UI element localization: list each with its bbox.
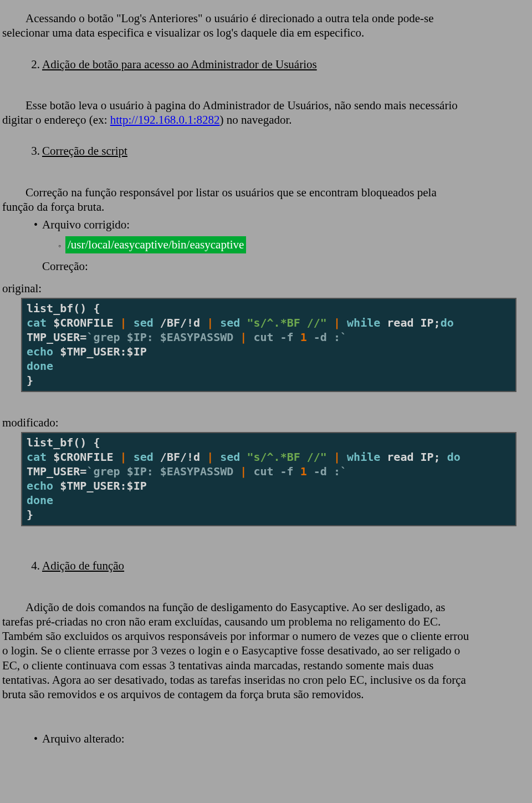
paragraph-funcao-l1: Adição de dois comandos na função de des… xyxy=(2,600,516,614)
paragraph-correcao-l1: Correção na função responsável por lista… xyxy=(2,185,516,200)
code-original: list_bf() { cat $CRONFILE | sed /BF/!d |… xyxy=(21,298,516,392)
subbullet-icon: ◦ xyxy=(2,241,65,251)
list-title-4: Adição de função xyxy=(42,558,124,573)
paragraph-logs-anteriores-l1: Acessando o botão "Log's Anteriores" o u… xyxy=(2,11,516,26)
paragraph-admin-l1: Esse botão leva o usuário à pagina do Ad… xyxy=(2,98,516,113)
code-modificado: list_bf() { cat $CRONFILE | sed /BF/!d |… xyxy=(21,432,516,526)
paragraph-logs-anteriores-l2: selecionar uma data especifica e visuali… xyxy=(2,26,516,40)
bullet-arquivo-alterado: • Arquivo alterado: xyxy=(2,731,516,746)
highlight-path: /usr/local/easycaptive/bin/easycaptive xyxy=(65,236,246,253)
bullet-icon: • xyxy=(2,732,42,746)
document-page: Acessando o botão "Log's Anteriores" o u… xyxy=(0,0,532,769)
bullet-label-arquivo-corrigido: Arquivo corrigido: xyxy=(42,217,130,232)
list-number-2: 2. xyxy=(2,57,42,72)
admin-url-link[interactable]: http://192.168.0.1:8282 xyxy=(110,113,220,126)
list-number-3: 3. xyxy=(2,144,42,158)
bullet-arquivo-corrigido: • Arquivo corrigido: xyxy=(2,217,516,232)
paragraph-funcao-l3: Também são excluidos os arquivos respons… xyxy=(2,629,516,643)
bullet-icon: • xyxy=(2,218,42,232)
list-item-2: 2. Adição de botão para acesso ao Admini… xyxy=(2,57,516,72)
list-title-3: Correção de script xyxy=(42,144,127,158)
paragraph-funcao-l4: o login. Se o cliente errasse por 3 veze… xyxy=(2,643,516,658)
list-item-4: 4. Adição de função xyxy=(2,558,516,573)
paragraph-funcao-l5: EC, o cliente continuava com essas 3 ten… xyxy=(2,658,516,673)
list-item-3: 3. Correção de script xyxy=(2,144,516,158)
paragraph-correcao-l2: função da força bruta. xyxy=(2,200,516,214)
paragraph-funcao-l2: tarefas pré-criadas no cron não eram exc… xyxy=(2,614,516,629)
paragraph-funcao-l7: bruta são removidos e os arquivos de con… xyxy=(2,687,516,702)
paragraph-admin-after: ) no navegador. xyxy=(220,113,292,126)
paragraph-admin-before: digitar o endereço (ex: xyxy=(2,113,110,126)
list-number-4: 4. xyxy=(2,558,42,573)
subbullet-path: ◦ /usr/local/easycaptive/bin/easycaptive xyxy=(2,236,516,253)
list-title-2: Adição de botão para acesso ao Administr… xyxy=(42,57,317,72)
label-correcao: Correção: xyxy=(42,259,516,273)
label-modificado: modificado: xyxy=(2,415,516,430)
bullet-label-arquivo-alterado: Arquivo alterado: xyxy=(42,731,125,746)
label-original: original: xyxy=(2,281,516,296)
paragraph-funcao-l6: tentativas. Agora ao ser desativado, tod… xyxy=(2,673,516,687)
paragraph-admin-l2: digitar o endereço (ex: http://192.168.0… xyxy=(2,113,516,127)
